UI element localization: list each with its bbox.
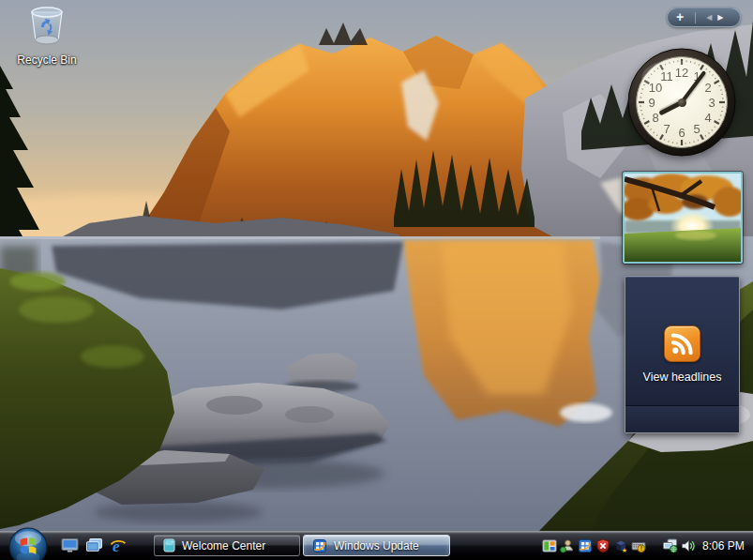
svg-text:!: ! bbox=[640, 545, 641, 552]
clock-numeral: 8 bbox=[652, 111, 658, 125]
windows-update-window-icon bbox=[312, 538, 327, 553]
clock-numeral: 7 bbox=[663, 122, 670, 136]
taskbar: e Welcome Center bbox=[0, 531, 753, 560]
clock-numeral: 6 bbox=[678, 126, 685, 140]
show-desktop-icon bbox=[61, 537, 79, 553]
prev-page-icon[interactable]: ◀ bbox=[706, 14, 712, 22]
welcome-center-icon bbox=[163, 538, 175, 552]
internet-explorer-button[interactable]: e bbox=[109, 537, 128, 555]
clock-numeral: 11 bbox=[660, 69, 673, 83]
clock-numeral: 3 bbox=[708, 96, 715, 110]
clock-numeral: 2 bbox=[704, 81, 711, 95]
svg-text:e: e bbox=[113, 537, 120, 555]
quick-launch-bar: e bbox=[60, 531, 128, 560]
internet-explorer-icon: e bbox=[109, 537, 128, 555]
feed-footer bbox=[625, 406, 739, 432]
windows-logo-icon bbox=[8, 527, 48, 560]
view-headlines-button[interactable]: View headlines bbox=[643, 371, 722, 384]
taskbar-button-label: Windows Update bbox=[334, 539, 419, 552]
desktop: Recycle Bin + ◀ ▶ bbox=[0, 0, 753, 560]
recycle-bin[interactable]: Recycle Bin bbox=[9, 5, 84, 67]
taskbar-clock[interactable]: 8:06 PM bbox=[702, 539, 745, 552]
gadgets-icon[interactable] bbox=[541, 537, 557, 553]
clock-numeral: 9 bbox=[648, 96, 655, 110]
recycle-bin-label: Recycle Bin bbox=[9, 53, 84, 67]
pill-divider bbox=[695, 12, 696, 23]
switch-windows-button[interactable] bbox=[84, 537, 103, 555]
security-alert-icon[interactable] bbox=[595, 537, 610, 553]
feed-headlines-gadget[interactable]: View headlines bbox=[625, 276, 740, 433]
clock-numeral: 4 bbox=[704, 111, 711, 125]
show-desktop-button[interactable] bbox=[60, 537, 79, 555]
start-button[interactable] bbox=[8, 527, 48, 560]
network-icon[interactable] bbox=[662, 537, 678, 553]
taskbar-button-welcome-center[interactable]: Welcome Center bbox=[154, 535, 300, 556]
recycle-bin-icon bbox=[27, 5, 67, 48]
svg-text:★: ★ bbox=[621, 547, 626, 553]
input-status-icon[interactable]: ! bbox=[630, 537, 646, 553]
switch-windows-icon bbox=[85, 537, 103, 553]
user-status-icon[interactable] bbox=[559, 537, 575, 553]
clock-numeral: 5 bbox=[693, 122, 700, 136]
clock-numeral: 12 bbox=[675, 66, 688, 80]
sidebar-controls: + ◀ ▶ bbox=[667, 8, 741, 27]
clock-hub bbox=[678, 98, 686, 107]
taskbar-button-windows-update[interactable]: Windows Update bbox=[303, 535, 450, 556]
slideshow-gadget[interactable] bbox=[623, 172, 743, 264]
windows-update-icon[interactable] bbox=[577, 537, 593, 553]
taskbar-button-label: Welcome Center bbox=[182, 539, 265, 552]
volume-icon[interactable] bbox=[680, 537, 696, 553]
application-cube-icon[interactable]: ★ bbox=[612, 537, 628, 553]
rss-icon bbox=[664, 325, 700, 362]
notification-area: ★ ! bbox=[541, 531, 745, 560]
slideshow-photo bbox=[625, 174, 741, 262]
clock-gadget[interactable]: 1 2 3 4 5 6 7 8 9 10 11 12 bbox=[626, 47, 737, 158]
add-gadget-button[interactable]: + bbox=[676, 10, 684, 23]
feed-body: View headlines bbox=[625, 277, 739, 406]
next-page-icon[interactable]: ▶ bbox=[717, 14, 723, 22]
